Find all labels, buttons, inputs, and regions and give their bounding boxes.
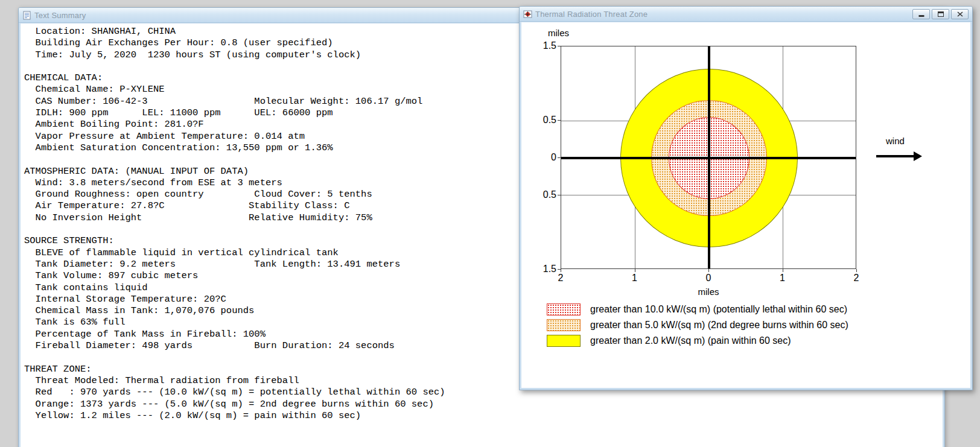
x-axis-title: miles [690,287,727,297]
y-axis-tick-label: 0 [523,151,556,163]
x-tick-mark [783,269,783,272]
threat-zone-titlebar[interactable]: Thermal Radiation Threat Zone [520,7,972,22]
threat-plot-icon [523,10,532,19]
y-axis-tick-label: 0.5 [523,114,556,126]
maximize-button[interactable] [932,9,949,19]
legend-label: greater than 5.0 kW/(sq m) (2nd degree b… [590,320,848,331]
legend-swatch-yellow [547,335,581,347]
y-axis-title: miles [548,28,569,38]
legend-label: greater than 2.0 kW/(sq m) (pain within … [590,335,791,346]
summary-text-line: Yellow: 1.2 miles --- (2.0 kW/(sq m) = p… [24,410,939,422]
legend-item-yellow: greater than 2.0 kW/(sq m) (pain within … [547,335,848,347]
x-axis-tick-label: 2 [549,273,573,284]
plot-area [561,46,856,269]
wind-annotation: wind [876,136,949,161]
legend-swatch-red [547,303,581,315]
desktop: { "text_summary_window": { "title": "Tex… [0,0,980,447]
summary-text-line: Orange: 1373 yards --- (5.0 kW/(sq m) = … [24,399,939,410]
minimize-button[interactable] [912,9,930,19]
legend-item-red: greater than 10.0 kW/(sq m) (potentially… [547,303,848,315]
wind-label: wind [886,136,949,146]
x-tick-mark [635,269,635,272]
x-tick-mark [856,269,857,272]
y-axis-tick-label: 0.5 [523,189,556,201]
threat-legend: greater than 10.0 kW/(sq m) (potentially… [547,303,848,347]
crosshair-vertical [708,46,710,268]
y-tick-mark [558,120,561,121]
text-summary-title: Text Summary [34,11,86,20]
maximize-icon [938,11,944,17]
close-icon [957,11,963,17]
x-axis-tick-label: 1 [623,273,647,284]
x-tick-mark [561,269,561,272]
y-tick-mark [558,46,561,46]
x-axis-tick-label: 2 [844,273,868,284]
minimize-icon [918,15,924,17]
x-axis-tick-label: 0 [696,273,721,284]
text-document-icon [22,11,31,20]
threat-zone-window: Thermal Radiation Threat Zone miles mile… [519,6,973,390]
legend-item-orange: greater than 5.0 kW/(sq m) (2nd degree b… [547,319,848,331]
legend-label: greater than 10.0 kW/(sq m) (potentially… [590,304,847,315]
y-axis-tick-label: 1.5 [523,40,556,52]
threat-zone-content: miles miles wind greater than 10.0 kW/(s… [521,22,970,388]
y-tick-mark [558,157,561,158]
close-button[interactable] [951,9,969,19]
window-controls [912,9,969,19]
wind-arrow-icon [876,151,949,161]
y-tick-mark [558,195,561,195]
x-tick-mark [708,269,709,272]
x-axis-tick-label: 1 [771,273,795,284]
legend-swatch-orange [547,319,581,331]
threat-zone-title: Thermal Radiation Threat Zone [535,10,648,19]
